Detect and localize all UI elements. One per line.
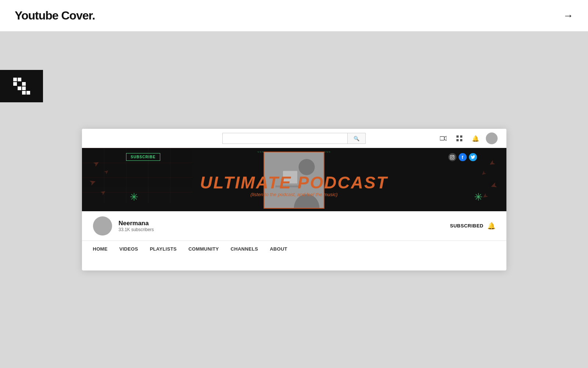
banner-main-text: ULTIMATE PODCAST (200, 174, 388, 191)
tab-channels[interactable]: CHANNELS (231, 246, 258, 252)
svg-point-8 (451, 156, 453, 158)
yt-topbar: 🔍 🔔 (82, 129, 506, 148)
video-camera-button[interactable] (437, 132, 449, 144)
instagram-icon[interactable] (448, 153, 456, 161)
subscribed-button[interactable]: SUBSCRIBED (450, 223, 484, 229)
banner-subscribe-button[interactable]: SUBSCRIBE (126, 153, 161, 161)
tab-about[interactable]: ABOUT (270, 246, 287, 252)
notification-bell-button[interactable]: 🔔 (487, 222, 495, 230)
bell-outline-icon: 🔔 (487, 222, 495, 230)
search-input[interactable] (222, 133, 347, 144)
svg-point-9 (453, 156, 454, 156)
yt-banner: ~~~~~~~~~~~~~~~~~~~~~~~~~~~~~~~~ SUBSCRI… (82, 148, 506, 211)
video-camera-icon (440, 136, 447, 141)
channel-name: Neermana (119, 220, 444, 227)
tab-videos[interactable]: VIDEOS (119, 246, 138, 252)
starburst-left-icon: ✳ (130, 191, 138, 203)
main-area: 🔍 🔔 (0, 31, 588, 368)
logo-icon (13, 78, 30, 95)
page-title: Youtube Cover. (15, 9, 95, 22)
facebook-icon[interactable]: f (459, 153, 467, 161)
search-button[interactable]: 🔍 (347, 133, 366, 144)
bell-button[interactable]: 🔔 (470, 132, 481, 144)
tab-community[interactable]: COMMUNITY (189, 246, 219, 252)
bell-icon: 🔔 (472, 135, 479, 142)
user-avatar-button[interactable] (486, 132, 498, 144)
channel-right: SUBSCRIBED 🔔 (450, 222, 495, 230)
channel-avatar (93, 216, 112, 236)
tab-playlists[interactable]: PLAYLISTS (150, 246, 177, 252)
next-arrow-icon[interactable]: → (563, 10, 573, 22)
search-wrapper: 🔍 (222, 133, 366, 144)
svg-rect-2 (456, 135, 459, 138)
twitter-icon[interactable] (469, 153, 477, 161)
svg-marker-1 (444, 136, 447, 141)
channel-bar: Neermana 33.1K subscribers SUBSCRIBED 🔔 (82, 211, 506, 241)
banner-title: ULTIMATE PODCAST (listen to the podcast,… (200, 174, 388, 197)
grid-button[interactable] (453, 132, 465, 144)
grid-icon (456, 135, 462, 141)
yt-nav: HOME VIDEOS PLAYLISTS COMMUNITY CHANNELS… (82, 241, 506, 258)
banner-sub-text: (listen to the podcast, and feel the mus… (200, 192, 388, 197)
svg-rect-3 (460, 135, 462, 138)
top-bar: Youtube Cover. → (0, 0, 588, 31)
youtube-card: 🔍 🔔 (82, 129, 506, 270)
search-icon: 🔍 (354, 136, 359, 141)
channel-info: Neermana 33.1K subscribers (119, 220, 444, 232)
channel-subscribers: 33.1K subscribers (119, 227, 444, 232)
yt-icons-right: 🔔 (437, 132, 498, 144)
svg-rect-5 (460, 139, 462, 141)
starburst-right-icon: ✳ (474, 191, 483, 203)
svg-rect-4 (456, 139, 459, 141)
social-icons: f (448, 153, 477, 161)
logo-box (0, 70, 43, 102)
tab-home[interactable]: HOME (93, 246, 108, 252)
svg-rect-0 (440, 137, 444, 140)
